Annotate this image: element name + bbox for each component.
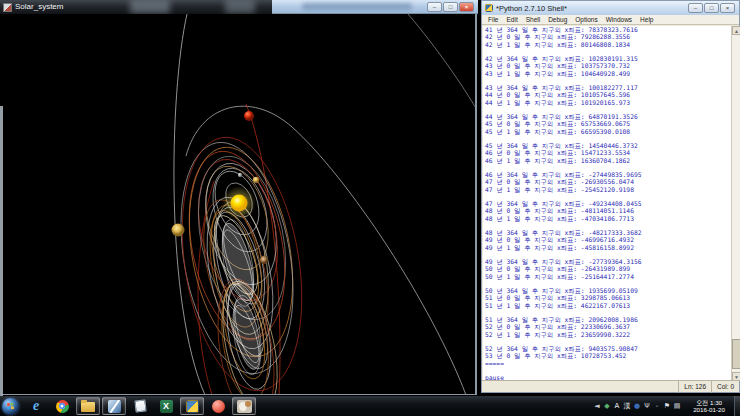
green-diamond-icon[interactable]: ◆ bbox=[603, 397, 611, 415]
background-window-maximize-button[interactable]: □ bbox=[443, 2, 458, 12]
menu-edit[interactable]: Edit bbox=[502, 15, 521, 24]
planet-brown-planet bbox=[260, 256, 268, 264]
shell-scrollbar[interactable]: ▲ ▼ bbox=[731, 26, 740, 381]
shell-output-line: 48 년 1 일 후 지구의 x좌표: -47034106.7713 bbox=[485, 215, 731, 222]
planet-sun bbox=[231, 195, 248, 212]
excel-icon: X bbox=[160, 400, 173, 413]
clock-time: 오전 1:30 bbox=[687, 399, 731, 406]
shell-output-line: 45 년 0 일 후 지구의 x좌표: 65753669.0675 bbox=[485, 120, 731, 127]
chrome-icon bbox=[56, 400, 69, 413]
shell-output-line: 47 년 0 일 후 지구의 x좌표: -26930556.0474 bbox=[485, 178, 731, 185]
taskbar-paint-app-button[interactable] bbox=[102, 397, 126, 415]
background-window-close-button[interactable]: × bbox=[459, 2, 474, 12]
action-center-flag-icon[interactable]: ⚑ bbox=[663, 397, 671, 415]
shell-output-line: 45 년 364 일 후 지구의 x좌표: 14540446.3732 bbox=[485, 142, 731, 149]
taskbar-sticky-notes-button[interactable] bbox=[128, 397, 152, 415]
taskbar-hamster-window-button[interactable] bbox=[232, 397, 256, 415]
ime-help-icon[interactable]: ● bbox=[633, 397, 641, 415]
shell-output-line bbox=[485, 77, 731, 84]
shell-output-line: 49 년 1 일 후 지구의 x좌표: -45816158.8992 bbox=[485, 244, 731, 251]
shell-output-line bbox=[485, 222, 731, 229]
shell-output-line: 52 년 364 일 후 지구의 x좌표: 9403575.90847 bbox=[485, 345, 731, 352]
system-tray: ◄◆A漢●Ψ-⚑▤ bbox=[593, 397, 681, 415]
shell-output-line: 51 년 1 일 후 지구의 x좌표: 4622167.07613 bbox=[485, 302, 731, 309]
scrollbar-thumb[interactable] bbox=[732, 339, 740, 369]
scroll-up-arrow-icon[interactable]: ▲ bbox=[732, 26, 740, 35]
window-edge-strip bbox=[0, 106, 3, 396]
menu-shell[interactable]: Shell bbox=[522, 15, 544, 24]
taskbar-explorer-folder-button[interactable] bbox=[76, 397, 100, 415]
menu-file[interactable]: File bbox=[484, 15, 502, 24]
shell-output-line: 43 년 1 일 후 지구의 x좌표: 104640928.499 bbox=[485, 70, 731, 77]
shell-output-line: 42 년 364 일 후 지구의 x좌표: 102830191.315 bbox=[485, 55, 731, 62]
python-shell-window: *Python 2.7.10 Shell* –□× FileEditShellD… bbox=[481, 0, 740, 393]
internet-explorer-icon: e bbox=[33, 399, 39, 413]
shell-output-line bbox=[485, 280, 731, 287]
titlebar-glass-highlight bbox=[225, 0, 255, 14]
taskbar-clock[interactable]: 오전 1:30 2016-01-20 bbox=[687, 399, 731, 413]
taskbar: eX ◄◆A漢●Ψ-⚑▤ 오전 1:30 2016-01-20 bbox=[0, 396, 740, 416]
shell-output-line bbox=[485, 193, 731, 200]
ime-hanja-icon[interactable]: 漢 bbox=[623, 397, 631, 415]
wireless-icon[interactable]: Ψ bbox=[643, 397, 651, 415]
taskbar-red-app-button[interactable] bbox=[206, 397, 230, 415]
shell-maximize-button[interactable]: □ bbox=[704, 3, 719, 13]
usb-icon[interactable]: - bbox=[653, 397, 661, 415]
solar-system-plot bbox=[1, 14, 475, 394]
shell-minimize-button[interactable]: – bbox=[688, 3, 703, 13]
document-icon[interactable]: ▤ bbox=[673, 397, 681, 415]
shell-output-line: 46 년 364 일 후 지구의 x좌표: -27449835.9695 bbox=[485, 171, 731, 178]
solar-system-window: Solar_system –□× bbox=[0, 0, 478, 396]
menu-windows[interactable]: Windows bbox=[602, 15, 636, 24]
shell-output-line bbox=[485, 164, 731, 171]
shell-output-line: 50 년 1 일 후 지구의 x좌표: -25164417.2774 bbox=[485, 273, 731, 280]
shell-output-line: 43 년 364 일 후 지구의 x좌표: 100182277.117 bbox=[485, 84, 731, 91]
shell-output-line: 44 년 0 일 후 지구의 x좌표: 101057645.596 bbox=[485, 91, 731, 98]
taskbar-chrome-button[interactable] bbox=[50, 397, 74, 415]
red-app-icon bbox=[212, 400, 225, 413]
start-button[interactable] bbox=[2, 398, 19, 415]
shell-output-line: 50 년 0 일 후 지구의 x좌표: -26431989.899 bbox=[485, 265, 731, 272]
sticky-notes-icon bbox=[134, 399, 146, 412]
shell-output[interactable]: 41 년 364 일 후 지구의 x좌표: 78378323.761642 년 … bbox=[483, 26, 731, 381]
orbit-arc bbox=[408, 14, 475, 110]
planet-red-planet bbox=[244, 111, 254, 121]
shell-output-line: 42 년 1 일 후 지구의 x좌표: 80146808.1834 bbox=[485, 41, 731, 48]
taskbar-internet-explorer-button[interactable]: e bbox=[24, 397, 48, 415]
shell-statusbar: Ln: 126 Col: 0 bbox=[482, 380, 739, 392]
shell-output-line: 49 년 364 일 후 지구의 x좌표: -27739364.3156 bbox=[485, 258, 731, 265]
shell-output-line bbox=[485, 48, 731, 55]
clock-date: 2016-01-20 bbox=[687, 406, 731, 413]
shell-output-line: 42 년 0 일 후 지구의 x좌표: 79286288.3556 bbox=[485, 33, 731, 40]
shell-output-line: 52 년 0 일 후 지구의 x좌표: 22330696.3637 bbox=[485, 323, 731, 330]
background-window-minimize-button[interactable]: – bbox=[427, 2, 442, 12]
shell-output-line: 44 년 1 일 후 지구의 x좌표: 101920165.973 bbox=[485, 99, 731, 106]
menu-debug[interactable]: Debug bbox=[544, 15, 571, 24]
shell-output-line: 51 년 0 일 후 지구의 x좌표: 3298785.06613 bbox=[485, 294, 731, 301]
shell-output-line: 46 년 1 일 후 지구의 x좌표: 16360704.1862 bbox=[485, 157, 731, 164]
shell-output-line bbox=[485, 338, 731, 345]
shell-output-line: 43 년 0 일 후 지구의 x좌표: 103757370.732 bbox=[485, 62, 731, 69]
planet-tiny-gray-planet bbox=[238, 173, 242, 177]
solar-window-titlebar[interactable]: Solar_system bbox=[0, 0, 272, 14]
windows-logo-icon bbox=[7, 403, 10, 406]
taskbar-excel-button[interactable]: X bbox=[154, 397, 178, 415]
python-icon bbox=[485, 4, 493, 12]
shell-window-title: *Python 2.7.10 Shell* bbox=[496, 4, 567, 13]
show-desktop-button[interactable] bbox=[734, 396, 740, 416]
taskbar-python-button[interactable] bbox=[180, 397, 204, 415]
turtle-canvas bbox=[1, 14, 477, 395]
background-window-titlebar[interactable]: –□× bbox=[272, 0, 478, 14]
titlebar-glass-highlight bbox=[130, 0, 170, 14]
background-window-title-blur bbox=[302, 3, 412, 10]
menu-options[interactable]: Options bbox=[571, 15, 601, 24]
volume-muted-icon[interactable]: ◄ bbox=[593, 397, 601, 415]
menu-help[interactable]: Help bbox=[636, 15, 657, 24]
shell-output-line: 46 년 0 일 후 지구의 x좌표: 15471233.5534 bbox=[485, 149, 731, 156]
shell-output-line: 47 년 364 일 후 지구의 x좌표: -49234408.0455 bbox=[485, 200, 731, 207]
shell-output-line: 53 년 0 일 후 지구의 x좌표: 10728753.452 bbox=[485, 352, 731, 359]
shell-titlebar[interactable]: *Python 2.7.10 Shell* –□× bbox=[482, 1, 739, 15]
ime-korean-a-icon[interactable]: A bbox=[613, 397, 621, 415]
shell-close-button[interactable]: × bbox=[720, 3, 735, 13]
status-column-number: Col: 0 bbox=[711, 381, 739, 393]
